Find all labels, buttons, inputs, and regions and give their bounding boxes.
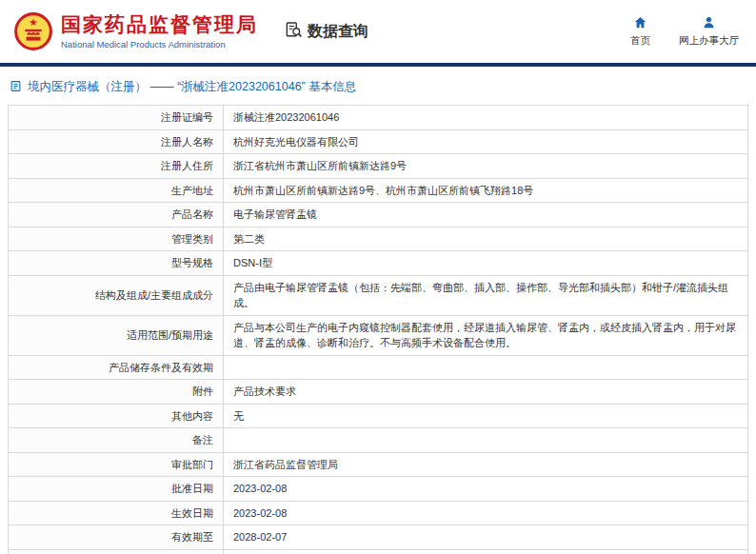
nav-service-hall-label: 网上办事大厅 xyxy=(679,34,739,48)
info-table-body: 注册证编号浙械注准20232061046注册人名称杭州好克光电仪器有限公司注册人… xyxy=(9,106,748,554)
table-row: 生效日期2023-02-08 xyxy=(9,501,748,525)
brand-text: 国家药品监督管理局 National Medical Products Admi… xyxy=(61,13,258,49)
row-label: 批准日期 xyxy=(9,477,224,502)
row-label: 注册人住所 xyxy=(9,154,224,179)
row-label: 附件 xyxy=(9,380,224,405)
row-value xyxy=(224,355,748,380)
row-value: 杭州好克光电仪器有限公司 xyxy=(224,129,748,154)
row-label: 其他内容 xyxy=(9,404,224,428)
header: 国家药品监督管理局 National Medical Products Admi… xyxy=(0,0,756,63)
row-value: 无 xyxy=(224,404,748,428)
row-label: 变更情况 xyxy=(9,549,224,554)
breadcrumb: 境内医疗器械（注册） —— “浙械注准20232061046” 基本信息 xyxy=(0,67,756,105)
row-value: 电子输尿管肾盂镜 xyxy=(224,203,748,228)
row-label: 适用范围/预期用途 xyxy=(9,315,224,355)
row-value: DSN-Ⅰ型 xyxy=(224,251,748,276)
row-value: 浙械注准20232061046 xyxy=(224,106,748,130)
table-row: 注册人名称杭州好克光电仪器有限公司 xyxy=(9,129,748,154)
row-label: 有效期至 xyxy=(9,525,224,550)
table-row: 产品名称电子输尿管肾盂镜 xyxy=(9,203,748,228)
home-icon xyxy=(633,15,647,31)
agency-subtitle: National Medical Products Administration xyxy=(61,39,258,49)
nav-home-label: 首页 xyxy=(630,34,650,48)
table-row: 变更情况 xyxy=(9,549,748,554)
row-label: 备注 xyxy=(9,428,224,453)
row-value xyxy=(224,549,748,554)
row-value: 2028-02-07 xyxy=(224,525,748,550)
row-label: 生产地址 xyxy=(9,178,224,203)
row-value: 第二类 xyxy=(224,227,748,251)
document-search-icon xyxy=(285,21,303,43)
table-row: 结构及组成/主要组成成分产品由电子输尿管肾盂镜（包括：先端部、弯曲部、插入部、操… xyxy=(9,275,748,315)
national-emblem-icon xyxy=(13,11,53,51)
breadcrumb-text: 境内医疗器械（注册） —— “浙械注准20232061046” 基本信息 xyxy=(28,79,356,95)
data-query-button[interactable]: 数据查询 xyxy=(285,21,368,43)
table-row: 有效期至2028-02-07 xyxy=(9,525,748,550)
row-value: 2023-02-08 xyxy=(224,501,748,525)
nav-service-hall[interactable]: 网上办事大厅 xyxy=(679,15,739,48)
row-value: 产品由电子输尿管肾盂镜（包括：先端部、弯曲部、插入部、操作部、导光部和插头部）和… xyxy=(224,275,748,315)
row-label: 产品名称 xyxy=(9,203,224,228)
table-row: 批准日期2023-02-08 xyxy=(9,477,748,502)
table-row: 产品储存条件及有效期 xyxy=(9,355,748,380)
table-row: 适用范围/预期用途产品与本公司生产的电子内窥镜控制器配套使用，经尿道插入输尿管、… xyxy=(9,315,748,355)
row-label: 注册人名称 xyxy=(9,129,224,154)
table-row: 审批部门浙江省药品监督管理局 xyxy=(9,452,748,477)
table-row: 备注 xyxy=(9,428,748,453)
page: 国家药品监督管理局 National Medical Products Admi… xyxy=(0,0,756,554)
row-value: 浙江省杭州市萧山区所前镇新达路9号 xyxy=(224,154,748,179)
info-table: 注册证编号浙械注准20232061046注册人名称杭州好克光电仪器有限公司注册人… xyxy=(8,105,748,554)
row-label: 生效日期 xyxy=(9,501,224,525)
table-row: 附件产品技术要求 xyxy=(9,380,748,405)
row-label: 管理类别 xyxy=(9,227,224,251)
row-label: 审批部门 xyxy=(9,452,224,477)
person-icon xyxy=(702,15,716,31)
brand[interactable]: 国家药品监督管理局 National Medical Products Admi… xyxy=(13,11,258,51)
row-value xyxy=(224,428,748,453)
agency-title: 国家药品监督管理局 xyxy=(61,13,258,36)
document-icon xyxy=(10,80,22,95)
row-value: 2023-02-08 xyxy=(224,477,748,502)
table-row: 注册人住所浙江省杭州市萧山区所前镇新达路9号 xyxy=(9,154,748,179)
table-row: 型号规格DSN-Ⅰ型 xyxy=(9,251,748,276)
nav-home[interactable]: 首页 xyxy=(630,15,650,48)
row-value: 浙江省药品监督管理局 xyxy=(224,452,748,477)
row-value: 杭州市萧山区所前镇新达路9号、杭州市萧山区所前镇飞翔路18号 xyxy=(224,178,748,203)
table-row: 其他内容无 xyxy=(9,404,748,428)
row-value: 产品与本公司生产的电子内窥镜控制器配套使用，经尿道插入输尿管、肾盂内，或经皮插入… xyxy=(224,315,748,355)
row-label: 型号规格 xyxy=(9,251,224,276)
row-value: 产品技术要求 xyxy=(224,380,748,405)
table-row: 注册证编号浙械注准20232061046 xyxy=(9,106,748,130)
row-label: 结构及组成/主要组成成分 xyxy=(9,275,224,315)
table-row: 生产地址杭州市萧山区所前镇新达路9号、杭州市萧山区所前镇飞翔路18号 xyxy=(9,178,748,203)
row-label: 产品储存条件及有效期 xyxy=(9,355,224,380)
data-query-label: 数据查询 xyxy=(308,22,368,42)
row-label: 注册证编号 xyxy=(9,106,224,130)
table-row: 管理类别第二类 xyxy=(9,227,748,251)
